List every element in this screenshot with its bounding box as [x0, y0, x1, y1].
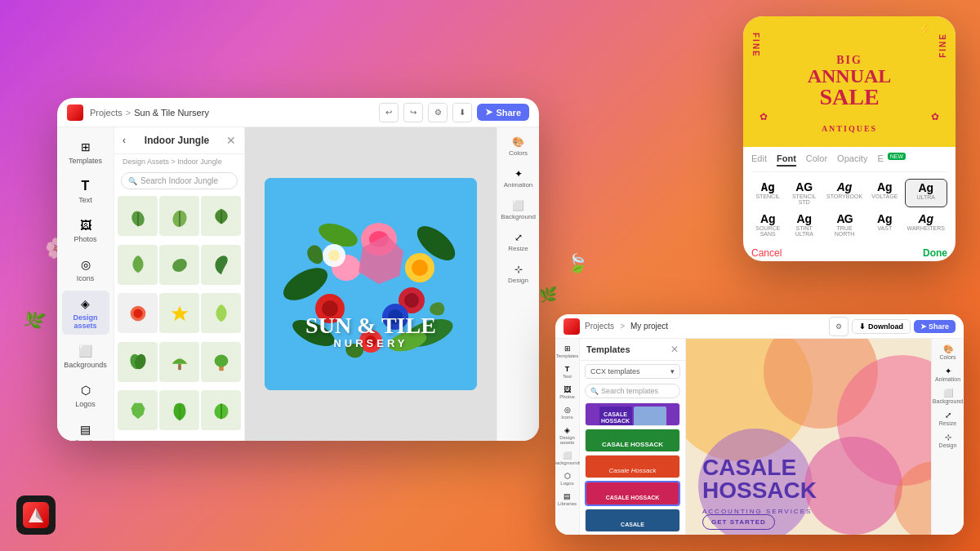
templates-search[interactable]: 🔍 Search templates — [585, 384, 680, 398]
font-item-stencil-std[interactable]: AG STENCIL STD — [787, 179, 821, 207]
rt-sidebar-templates[interactable]: ⊞ Templates — [556, 342, 579, 361]
settings-btn[interactable]: ⚙ — [428, 103, 448, 122]
panel-item-backgrounds[interactable]: ⬜ Backgrounds — [62, 338, 109, 374]
template-item-3[interactable]: Casale Hossack — [585, 455, 680, 478]
breadcrumb-right-projects[interactable]: Projects — [585, 322, 614, 331]
asset-item[interactable] — [159, 293, 199, 333]
get-started-btn[interactable]: GET STARTED — [702, 514, 775, 530]
settings-icon-rt[interactable]: ⚙ — [829, 317, 849, 336]
template-item-1[interactable]: CASALEHOSSACK — [585, 402, 680, 426]
template-item-4[interactable]: CASALE HOSSACK — [585, 481, 680, 506]
tab-font[interactable]: Font — [777, 153, 796, 167]
asset-item[interactable] — [118, 293, 158, 333]
rp-colors[interactable]: 🎨 Colors — [933, 342, 963, 362]
breadcrumb-current[interactable]: Sun & Tile Nursery — [134, 108, 209, 118]
right-bar-design[interactable]: ⊹ Design — [501, 260, 537, 288]
template-item-2[interactable]: CASALE HOSSACK — [585, 429, 680, 452]
done-button[interactable]: Done — [923, 247, 947, 259]
right-bar-design-label: Design — [508, 277, 528, 284]
rt-sidebar-photos[interactable]: 🖼 Photos — [556, 383, 579, 402]
asset-item[interactable] — [118, 245, 158, 285]
svg-point-7 — [170, 256, 189, 274]
panel-item-libraries[interactable]: ▤ Libraries — [62, 416, 109, 441]
right-bar-resize[interactable]: ⤢ Resize — [501, 228, 537, 256]
asset-item[interactable] — [118, 390, 158, 430]
right-bar-animation[interactable]: ✦ Animation — [501, 164, 537, 193]
right-bar-resize-label: Resize — [508, 245, 528, 252]
asset-item[interactable] — [159, 390, 199, 430]
rt-sidebar-logos[interactable]: ⬡ Logos — [556, 469, 579, 488]
rt-text-label: Text — [563, 374, 572, 379]
assets-close-btn[interactable]: ✕ — [226, 134, 236, 147]
rt-sidebar-backgrounds[interactable]: ⬜ Backgrounds — [556, 449, 579, 468]
font-item-source-sans[interactable]: Ag SOURCE SANS — [751, 211, 784, 239]
asset-item[interactable] — [118, 342, 158, 382]
right-bar-colors[interactable]: 🎨 Colors — [501, 132, 537, 161]
svg-point-14 — [214, 355, 228, 367]
rt-sidebar-libraries[interactable]: ▤ Libraries — [556, 490, 579, 509]
rp-background[interactable]: ⬜ Background — [933, 386, 963, 407]
panel-item-text[interactable]: T Text — [62, 173, 109, 209]
template-item-5[interactable]: CASALE — [585, 509, 680, 532]
rt-photos-label: Photos — [559, 394, 575, 399]
breadcrumb-projects[interactable]: Projects — [90, 108, 122, 118]
tab-extra[interactable]: E NEW — [877, 153, 906, 167]
panel-item-icons[interactable]: ◎ Icons — [62, 251, 109, 287]
canvas-area[interactable]: Sun & Tile Nursery — [245, 127, 497, 441]
asset-item[interactable] — [201, 196, 241, 236]
panel-item-design-assets[interactable]: ◈ Design assets — [62, 291, 109, 335]
right-bar-background[interactable]: ⬜ Background — [501, 196, 537, 224]
panel-item-templates[interactable]: ⊞ Templates — [62, 134, 109, 170]
templates-close-btn[interactable]: ✕ — [670, 344, 679, 355]
rt-sidebar-design[interactable]: ◈ Design assets — [556, 424, 579, 447]
panel-item-photos[interactable]: 🖼 Photos — [62, 212, 109, 248]
asset-item[interactable] — [159, 342, 199, 382]
assets-back-icon[interactable]: ‹ — [122, 135, 126, 146]
panel-label-text: Text — [78, 196, 92, 204]
tab-color[interactable]: Color — [806, 153, 827, 167]
canvas-content[interactable]: Sun & Tile Nursery — [265, 178, 477, 390]
asset-item[interactable] — [201, 342, 241, 382]
breadcrumb-right-current[interactable]: My project — [630, 322, 668, 331]
download-button-rt[interactable]: ⬇ Download — [852, 319, 911, 334]
asset-item[interactable] — [118, 196, 158, 236]
templates-dropdown[interactable]: CCX templates ▾ — [585, 364, 680, 379]
asset-item[interactable] — [201, 390, 241, 430]
rp-animation[interactable]: ✦ Animation — [933, 364, 963, 384]
tab-opacity[interactable]: Opacity — [837, 153, 867, 167]
panel-label-design-assets: Design assets — [65, 313, 106, 330]
rp-resize[interactable]: ⤢ Resize — [933, 408, 963, 429]
font-item-stint-ultra[interactable]: Ag STINT ULTRA — [787, 211, 821, 239]
download-btn[interactable]: ⬇ — [452, 103, 472, 122]
tab-edit[interactable]: Edit — [751, 153, 767, 167]
redo-btn[interactable]: ↪ — [403, 103, 423, 122]
panel-item-logos[interactable]: ⬡ Logos — [62, 377, 109, 413]
asset-item[interactable] — [159, 245, 199, 285]
rt-sidebar-text[interactable]: T Text — [556, 362, 579, 381]
sale-headline: BIG ANNUAL SALE — [808, 55, 892, 109]
rt-sidebar-icons[interactable]: ◎ Icons — [556, 403, 579, 422]
rp-colors-icon: 🎨 — [943, 344, 953, 353]
asset-item[interactable] — [159, 196, 199, 236]
font-item-stencil[interactable]: Ag STENCIL — [751, 179, 784, 207]
font-item-warheiters[interactable]: Ag WARHEITERS — [905, 211, 947, 239]
font-item-true-north[interactable]: AG TRUE NORTH — [824, 211, 865, 239]
rp-design[interactable]: ⊹ Design — [933, 430, 963, 451]
asset-item[interactable] — [201, 245, 241, 285]
assets-search-bar[interactable]: 🔍 Search Indoor Jungle — [121, 172, 238, 189]
undo-btn[interactable]: ↩ — [379, 103, 399, 122]
share-button[interactable]: ➤ Share — [477, 104, 529, 121]
share-button-rt[interactable]: ➤ Share — [914, 320, 956, 333]
phone-actions: Cancel Done — [751, 244, 947, 261]
font-item-storybook[interactable]: Ag STORYBOOK — [824, 179, 865, 207]
font-name: VOLTAGE — [871, 193, 898, 199]
asset-item[interactable] — [201, 293, 241, 333]
design-assets-icon: ◈ — [78, 295, 94, 312]
font-item-vast[interactable]: Ag VAST — [868, 211, 902, 239]
canvas-right-main[interactable]: CH + − CASALEHOSSACK ACCOUNTING S — [686, 339, 931, 535]
font-item-voltage[interactable]: Ag VOLTAGE — [868, 179, 902, 207]
font-item-ultra[interactable]: Ag ULTRA — [905, 179, 947, 207]
cancel-button[interactable]: Cancel — [751, 247, 782, 259]
rt-design-label: Design assets — [557, 435, 578, 445]
tablet-left-header: Projects > Sun & Tile Nursery ↩ ↪ ⚙ ⬇ ➤ … — [57, 98, 539, 127]
